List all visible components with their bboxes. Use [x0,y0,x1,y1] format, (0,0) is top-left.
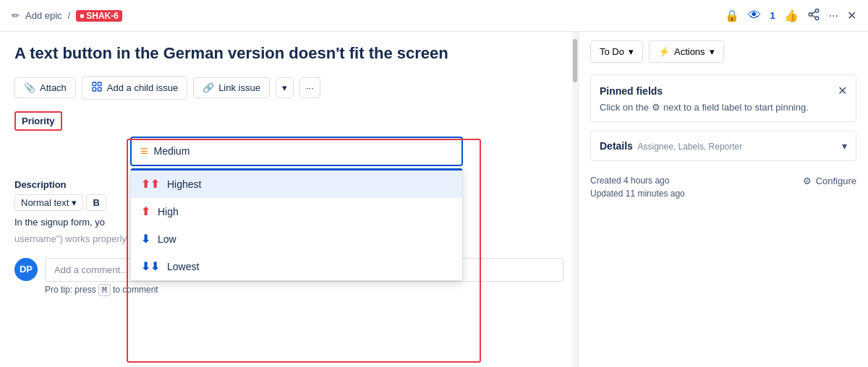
pinned-text-suffix: next to a field label to start pinning. [663,102,809,113]
more-button[interactable]: ··· [829,9,838,22]
add-child-button[interactable]: Add a child issue [82,76,187,100]
actions-label: Actions [674,46,705,57]
add-child-icon [91,81,103,95]
configure-icon: ⚙ [803,176,812,186]
bold-button[interactable]: B [86,194,106,211]
details-title: Details [600,140,633,152]
details-subtitle: Assignee, Labels, Reporter [636,142,742,152]
breadcrumb-sep: / [68,10,71,21]
pinned-close-button[interactable]: ✕ [838,84,847,98]
link-issue-button[interactable]: 🔗 Link issue [193,77,270,98]
link-icon: 🔗 [203,82,214,93]
low-label: Low [158,233,176,245]
svg-rect-7 [98,87,101,91]
link-issue-label: Link issue [218,82,260,93]
lock-icon: 🔒 [725,9,739,22]
priority-option-lowest[interactable]: ⬇⬇ Lowest [131,253,462,280]
priority-dropdown-area: ≡ Medium ⬆⬆ Highest ⬆ High ⬇ Low [130,137,563,166]
watch-count: 1 [770,10,775,21]
right-panel: To Do ▾ ⚡ Actions ▾ Pinned fields ✕ Clic… [579,32,868,367]
pro-tip-suffix: to comment [113,285,158,295]
left-panel: A text button in the German version does… [0,32,579,367]
configure-row: Created 4 hours ago Updated 11 minutes a… [590,176,856,202]
pro-tip-prefix: Pro tip: press [45,285,98,295]
lightning-icon: ⚡ [658,46,670,57]
more-options-icon: ··· [306,82,314,93]
add-child-label: Add a child issue [107,82,178,93]
shak-badge[interactable]: ■ SHAK-6 [76,10,122,22]
pinned-text-prefix: Click on the [600,102,649,113]
meta-section: Created 4 hours ago Updated 11 minutes a… [590,170,856,204]
like-button[interactable]: 👍 [784,9,799,22]
status-row: To Do ▾ ⚡ Actions ▾ [590,40,856,63]
pinned-fields-text: Click on the ⚙ next to a field label to … [600,102,847,113]
priority-option-low[interactable]: ⬇ Low [131,225,462,253]
status-label: To Do [600,46,624,57]
pinned-fields-section: Pinned fields ✕ Click on the ⚙ next to a… [590,74,856,122]
pinned-fields-title: Pinned fields [600,85,663,97]
toolbar: 📎 Attach Add a child issue 🔗 Link issue … [14,76,563,100]
details-title-area: Details Assignee, Labels, Reporter [600,140,742,152]
breadcrumb-text[interactable]: Add epic [25,10,62,21]
highest-icon: ⬆⬆ [141,178,160,191]
status-chevron-icon: ▾ [629,46,634,57]
configure-label: Configure [816,176,856,186]
avatar: DP [14,258,38,281]
main-layout: A text button in the German version does… [0,32,868,367]
attach-button[interactable]: 📎 Attach [14,77,76,98]
toolbar-more-button[interactable]: ··· [299,77,320,98]
watch-button[interactable]: 👁 [748,8,761,23]
priority-section: Priority ≡ Medium ⬆⬆ Highest ⬆ [14,111,563,166]
share-button[interactable] [807,8,820,24]
svg-rect-6 [98,82,101,86]
svg-rect-8 [93,87,96,91]
priority-label: Priority [14,111,62,131]
priority-selected-value: Medium [154,145,190,157]
paperclip-icon: 📎 [24,82,35,93]
breadcrumb: ✏ Add epic / ■ SHAK-6 [12,10,122,22]
details-header: Details Assignee, Labels, Reporter ▾ [600,140,847,152]
lock-button[interactable]: 🔒 [725,9,739,22]
priority-select[interactable]: ≡ Medium [130,137,463,166]
details-section: Details Assignee, Labels, Reporter ▾ [590,131,856,161]
format-select[interactable]: Normal text ▾ [14,194,83,211]
svg-point-1 [809,12,812,16]
close-icon: ✕ [847,9,856,22]
share-icon [807,8,820,24]
svg-line-3 [812,15,815,17]
high-icon: ⬆ [141,205,150,218]
pro-tip: Pro tip: press M to comment [45,285,563,295]
lowest-label: Lowest [167,261,199,272]
pencil-icon: ✏ [12,10,20,21]
highest-label: Highest [167,178,201,190]
pinned-fields-header: Pinned fields ✕ [600,84,847,98]
meta-timestamps: Created 4 hours ago Updated 11 minutes a… [590,176,685,202]
high-label: High [158,206,179,217]
actions-button[interactable]: ⚡ Actions ▾ [649,40,724,63]
configure-button[interactable]: ⚙ Configure [803,176,856,186]
svg-point-0 [815,9,819,12]
eye-icon: 👁 [748,8,761,23]
close-button[interactable]: ✕ [847,9,856,22]
header-bar: ✏ Add epic / ■ SHAK-6 🔒 👁 1 👍 ··· ✕ [0,0,868,32]
toolbar-dropdown-button[interactable]: ▾ [276,77,294,98]
created-label: Created 4 hours ago [590,176,685,186]
chevron-down-icon: ▾ [282,82,287,93]
issue-title: A text button in the German version does… [14,43,563,64]
priority-option-highest[interactable]: ⬆⬆ Highest [131,170,462,198]
priority-option-high[interactable]: ⬆ High [131,198,462,225]
attach-label: Attach [40,82,67,93]
pro-tip-key: M [98,284,111,296]
lowest-icon: ⬇⬇ [141,260,160,273]
header-actions: 🔒 👁 1 👍 ··· ✕ [725,8,856,24]
pin-icon: ⚙ [652,102,660,113]
svg-rect-5 [93,82,96,86]
shak-icon: ■ [80,12,84,20]
ellipsis-icon: ··· [829,9,838,22]
format-label: Normal text [21,197,69,208]
scroll-thumb [573,39,577,82]
status-button[interactable]: To Do ▾ [590,40,643,63]
details-chevron-icon[interactable]: ▾ [842,140,847,152]
shak-id: SHAK-6 [86,11,119,21]
scrollbar[interactable] [572,32,578,367]
